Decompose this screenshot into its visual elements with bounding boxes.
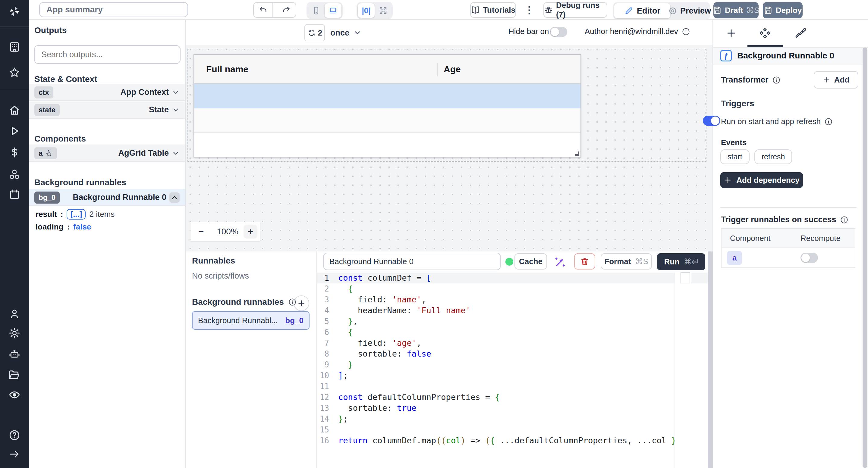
code-line[interactable]: 7 field: 'age', <box>317 338 708 348</box>
code-line[interactable]: 16return columnDef.map((col) => ({ ...de… <box>317 435 708 446</box>
code-line[interactable]: 1const columnDef = [ <box>317 272 708 283</box>
delete-runnable-button[interactable] <box>574 253 595 270</box>
column-header-age[interactable]: Age <box>444 64 461 74</box>
code-line[interactable]: 15 <box>317 424 708 435</box>
more-menu-button[interactable]: ⋮ <box>526 2 533 18</box>
code-line[interactable]: 8 sortable: false <box>317 348 708 359</box>
chevron-down-icon[interactable] <box>172 106 180 114</box>
help-icon[interactable] <box>8 429 21 441</box>
runnable-name-input[interactable] <box>323 253 501 270</box>
code-line[interactable]: 14}; <box>317 413 708 424</box>
panel-scrollbar[interactable] <box>863 47 867 468</box>
chevron-down-icon[interactable] <box>172 89 180 96</box>
variables-dollar-icon[interactable] <box>8 146 21 158</box>
windmill-logo-icon[interactable] <box>8 5 21 18</box>
background-runnables-header: Background runnables <box>192 297 297 307</box>
tutorials-button[interactable]: Tutorials <box>470 2 516 18</box>
settings-gear-icon[interactable] <box>8 327 21 339</box>
table-row[interactable] <box>194 108 581 133</box>
output-row-component-a[interactable]: a AgGrid Table <box>29 144 185 162</box>
cache-button[interactable]: Cache <box>515 253 547 270</box>
info-icon[interactable] <box>682 27 690 36</box>
runs-play-icon[interactable] <box>8 125 21 137</box>
zoom-in-button[interactable]: + <box>244 225 257 238</box>
styling-tab[interactable] <box>792 24 810 42</box>
output-row-state[interactable]: state State <box>29 101 185 119</box>
run-button[interactable]: Run ⌘⏎ <box>657 253 705 270</box>
editor-minimap[interactable] <box>675 272 691 468</box>
add-dependency-button[interactable]: Add dependency <box>720 172 803 188</box>
interval-dropdown[interactable]: once <box>330 24 361 41</box>
line-number: 2 <box>317 283 334 294</box>
user-icon[interactable] <box>8 308 21 320</box>
minimap-slider[interactable] <box>681 272 690 283</box>
resources-boxes-icon[interactable] <box>8 169 21 181</box>
format-button[interactable]: Format ⌘S <box>601 253 652 270</box>
eye-icon[interactable] <box>8 389 21 401</box>
line-number: 11 <box>317 381 334 392</box>
result-expand-chip[interactable]: [...] <box>67 209 86 220</box>
code-line[interactable]: 12const defaultColumnProperties = { <box>317 392 708 403</box>
code-line[interactable]: 6 { <box>317 327 708 338</box>
chevron-up-icon[interactable] <box>169 193 180 203</box>
schedules-calendar-icon[interactable] <box>8 189 21 201</box>
add-background-runnable-button[interactable] <box>293 295 309 311</box>
canvas-zoom-controls: − 100% + <box>190 222 260 241</box>
runnable-list-item-bg0[interactable]: Background Runnabl... bg_0 <box>192 311 310 330</box>
recompute-toggle[interactable] <box>801 253 818 263</box>
preview-target-icon <box>668 6 677 15</box>
info-icon[interactable] <box>772 76 781 84</box>
editor-tab[interactable]: Editor <box>614 3 670 19</box>
info-icon[interactable] <box>824 118 833 126</box>
cache-label: Cache <box>519 257 542 266</box>
code-line[interactable]: 2 { <box>317 283 708 294</box>
info-icon[interactable] <box>840 215 848 224</box>
code-line[interactable]: 5 }, <box>317 316 708 327</box>
code-line[interactable]: 13 sortable: true <box>317 403 708 413</box>
centered-layout-button[interactable]: |0| <box>358 3 375 18</box>
resize-handle[interactable] <box>575 152 579 156</box>
hide-bar-toggle[interactable] <box>550 27 567 37</box>
aggrid-table-component[interactable]: Full name Age <box>193 54 581 158</box>
fullwidth-layout-button[interactable] <box>375 3 392 18</box>
ai-wand-button[interactable] <box>554 256 566 268</box>
deploy-button[interactable]: Deploy <box>763 2 803 19</box>
output-row-bg0[interactable]: bg_0 Background Runnable 0 <box>29 189 185 206</box>
desktop-view-button[interactable] <box>324 3 341 18</box>
insert-component-tab[interactable] <box>722 24 740 42</box>
workspace-icon[interactable] <box>8 41 21 53</box>
redo-button[interactable] <box>277 3 296 17</box>
expand-rail-arrow-icon[interactable] <box>8 448 21 460</box>
favorites-star-icon[interactable] <box>8 67 21 78</box>
draft-button[interactable]: Draft ⌘S <box>713 2 758 19</box>
recompute-table: Component Recompute a <box>721 228 855 268</box>
run-on-start-toggle[interactable] <box>703 115 720 126</box>
debug-runs-button[interactable]: Debug runs (7) <box>544 2 607 18</box>
code-line[interactable]: 11 <box>317 381 708 392</box>
code-line[interactable]: 10]; <box>317 370 708 381</box>
component-settings-tab[interactable] <box>756 24 774 42</box>
code-area[interactable]: 1const columnDef = [2 {3 field: 'name',4… <box>317 272 708 468</box>
search-outputs-input[interactable] <box>34 45 181 64</box>
home-icon[interactable] <box>8 104 21 116</box>
component-a-chip[interactable]: a <box>727 251 742 265</box>
undo-button[interactable] <box>254 3 273 17</box>
vertical-splitter[interactable] <box>708 252 713 468</box>
code-line[interactable]: 9 } <box>317 359 708 370</box>
folder-open-icon[interactable] <box>8 369 21 381</box>
app-canvas[interactable]: Full name Age − 100% + <box>186 45 712 252</box>
table-row-selected[interactable] <box>194 84 581 108</box>
ai-robot-icon[interactable] <box>8 348 21 360</box>
code-line[interactable]: 4 headerName: 'Full name' <box>317 305 708 316</box>
preview-tab[interactable]: Preview <box>670 3 709 19</box>
mobile-view-button[interactable] <box>308 3 324 18</box>
output-row-ctx[interactable]: ctx App Context <box>29 84 185 101</box>
refresh-count-box[interactable]: 2 <box>304 24 325 41</box>
zoom-out-button[interactable]: − <box>190 226 212 237</box>
code-line[interactable]: 3 field: 'name', <box>317 294 708 305</box>
add-transformer-button[interactable]: Add <box>814 71 858 89</box>
hand-pointer-icon <box>45 149 53 157</box>
column-header-full-name[interactable]: Full name <box>206 64 248 74</box>
chevron-down-icon[interactable] <box>172 149 180 157</box>
app-summary-input[interactable] <box>39 2 188 17</box>
